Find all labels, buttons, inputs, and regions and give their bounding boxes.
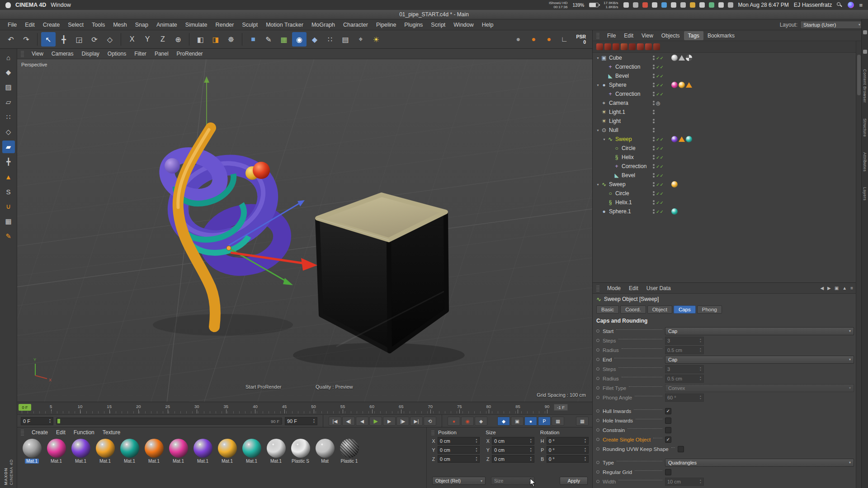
window-title-bar[interactable]: 01_pipe_START.c4d * - Main — [0, 10, 868, 19]
dropdown-start[interactable]: Cap▾ — [665, 327, 854, 335]
axis-display-button[interactable]: ∟ — [557, 32, 571, 47]
material-mat-13[interactable]: Mat — [314, 439, 336, 464]
stepper-arrows[interactable]: ▲▼ — [530, 438, 532, 443]
tag-shelf-icon-2[interactable] — [604, 43, 611, 50]
texture-mode-button[interactable]: ▨ — [2, 81, 15, 94]
coord-field-position-y[interactable]: 0 cm▲▼ — [438, 446, 480, 454]
visibility-dot[interactable] — [653, 140, 655, 141]
tag-orange-tri[interactable] — [686, 82, 692, 88]
camera-button[interactable]: ⌖ — [354, 32, 368, 47]
keyframe-dot[interactable] — [596, 339, 599, 342]
tab-phong[interactable]: Phong — [697, 305, 722, 314]
menu-item-edit[interactable]: Edit — [52, 428, 70, 437]
object-row-sweep[interactable]: ▾∿Sweep✓✓ — [593, 180, 856, 189]
deformers-button[interactable]: ◆ — [307, 32, 322, 47]
enable-checkmarks[interactable]: ✓✓ — [656, 164, 664, 169]
visibility-dot[interactable] — [653, 212, 655, 214]
expand-toggle[interactable]: ▾ — [595, 183, 600, 187]
prev-frame-button[interactable]: ◀ — [356, 417, 368, 426]
coord-field-position-x[interactable]: 0 cm▲▼ — [438, 437, 480, 445]
material-mat-1-3[interactable]: Mat.1 — [70, 439, 92, 464]
visibility-dot[interactable] — [653, 122, 655, 123]
status-icon-11[interactable] — [718, 2, 724, 8]
viewport-canvas[interactable]: Y X Perspective Start ProRender Quality … — [17, 59, 592, 402]
field-width[interactable]: 10 cm▲▼ — [665, 478, 704, 486]
visibility-toggles[interactable] — [653, 119, 655, 123]
tag-gray-tri[interactable] — [679, 55, 685, 61]
visibility-dots[interactable] — [653, 101, 655, 105]
expand-toggle[interactable]: ▾ — [595, 128, 600, 132]
stepper-arrows[interactable]: ▲▼ — [475, 456, 477, 461]
menu-item-animate[interactable]: Animate — [152, 20, 181, 29]
enable-checkmarks[interactable]: ✓✓ — [656, 209, 664, 214]
object-row-sphere-1[interactable]: ●Sphere.1✓✓ — [593, 207, 856, 216]
display-lines-button[interactable]: ● — [542, 32, 556, 47]
current-frame-field[interactable]: 0 F▲▼ — [21, 417, 53, 425]
object-row-cube[interactable]: ▾▣Cube✓✓ — [593, 53, 856, 62]
next-key-button[interactable]: |▶ — [396, 417, 409, 426]
menu-item-character[interactable]: Character — [339, 20, 372, 29]
status-icon-4[interactable] — [652, 2, 657, 8]
visibility-dot[interactable] — [653, 65, 655, 66]
expand-toggle[interactable]: ▾ — [602, 137, 607, 141]
menu-bar-clock[interactable]: Mon Aug 28 6:47 PM — [738, 2, 789, 8]
tag-shelf-icon-8[interactable] — [653, 43, 660, 50]
stepper-arrows[interactable]: ▲▼ — [530, 447, 532, 452]
rotation-keying-button[interactable]: ● — [524, 417, 537, 426]
menu-item-prorender[interactable]: ProRender — [173, 49, 207, 58]
enable-checkmarks[interactable]: ✓✓ — [656, 191, 664, 196]
z-axis-lock-button[interactable]: Z — [156, 32, 170, 47]
menu-item-view[interactable]: View — [28, 49, 47, 58]
tag-checker-ball[interactable] — [686, 55, 692, 61]
visibility-dots[interactable] — [653, 65, 655, 69]
tab-object[interactable]: Object — [647, 305, 672, 314]
visibility-dot[interactable] — [653, 164, 655, 166]
polygons-mode-button[interactable]: ▰ — [2, 141, 15, 153]
coord-field-rotation-b[interactable]: 0 °▲▼ — [547, 455, 589, 463]
material-plastic-1-14[interactable]: Plastic 1 — [338, 439, 360, 464]
stepper-arrows[interactable]: ▲▼ — [699, 366, 702, 371]
axis-lock-button[interactable]: ▲ — [2, 170, 15, 183]
visibility-dot[interactable] — [653, 173, 655, 175]
pla-keying-button[interactable]: ▦ — [552, 417, 564, 426]
keyframe-record-button[interactable]: ● — [448, 417, 460, 426]
object-row-camera[interactable]: ⌖Camera◎ — [593, 99, 856, 108]
object-row-bevel[interactable]: ◣Bevel✓✓ — [593, 171, 856, 180]
render-settings-button[interactable]: ☸ — [224, 32, 238, 47]
enable-checkmarks[interactable]: ✓✓ — [656, 65, 664, 70]
position-keying-button[interactable]: ◆ — [497, 417, 510, 426]
end-frame-field[interactable]: 90 F▲▼ — [285, 417, 317, 425]
material-mat-1-9[interactable]: Mat.1 — [216, 439, 238, 464]
timeline-playhead[interactable]: 0 F — [19, 404, 31, 411]
menu-item-mode[interactable]: Mode — [603, 284, 625, 293]
uv-mode-button[interactable]: ▦ — [2, 215, 15, 228]
enable-axis-button[interactable]: ╋ — [2, 155, 15, 168]
camera-target-icon[interactable]: ◎ — [656, 100, 660, 106]
play-button[interactable]: ▶ — [369, 417, 382, 426]
dock-icon-1[interactable] — [863, 30, 867, 34]
move-tool[interactable]: ╋ — [57, 32, 71, 47]
dropdown-fillet-type[interactable]: Convex▾ — [665, 384, 854, 392]
model-mode-button[interactable]: ◆ — [2, 66, 15, 79]
tag-shelf-icon-3[interactable] — [613, 43, 619, 50]
checkbox-hull-inwards[interactable]: ✓ — [665, 408, 671, 414]
panel-grip[interactable] — [596, 285, 599, 291]
visibility-toggles[interactable]: ✓✓ — [653, 74, 664, 79]
material-mat-1-10[interactable]: Mat.1 — [241, 439, 263, 464]
visibility-dot[interactable] — [653, 149, 655, 150]
visibility-dot[interactable] — [653, 85, 655, 87]
object-row-sweep[interactable]: ▾∿Sweep✓✓ — [593, 135, 856, 144]
visibility-dot[interactable] — [653, 58, 655, 60]
dropdown-type[interactable]: Quadrangles▾ — [665, 459, 854, 467]
keyframe-dot[interactable] — [596, 470, 599, 474]
material-plastic-s-12[interactable]: Plastic S — [289, 439, 311, 464]
snap-button[interactable]: S — [2, 185, 15, 198]
display-wireframe-button[interactable]: ● — [526, 32, 541, 47]
expand-toggle[interactable]: ▾ — [595, 56, 600, 60]
menu-item-user-data[interactable]: User Data — [642, 284, 675, 293]
stepper-arrows[interactable]: ▲▼ — [699, 376, 702, 381]
expand-toggle[interactable]: ▾ — [595, 83, 600, 87]
tab-caps[interactable]: Caps — [674, 305, 696, 314]
object-row-light[interactable]: ☀Light — [593, 117, 856, 126]
mac-menu-window[interactable]: Window — [51, 2, 71, 8]
